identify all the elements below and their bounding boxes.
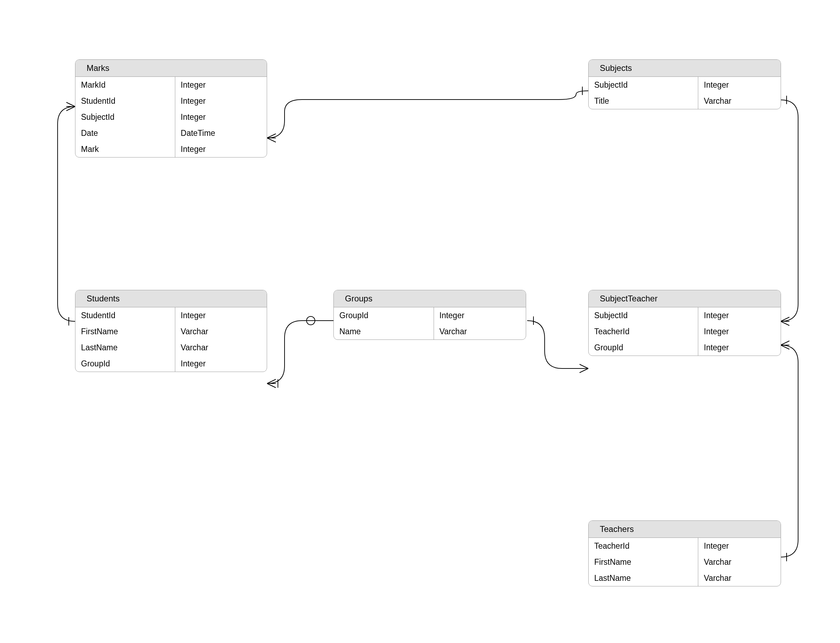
rel-marks-subjects: [267, 91, 588, 138]
attr-type: Integer: [434, 307, 526, 323]
crowfoot-subjectteacher-subjects: [781, 317, 790, 325]
attribute-row: GroupId Integer: [75, 356, 267, 372]
attribute-row: Title Varchar: [589, 93, 781, 109]
crowfoot-students-groups: [267, 379, 276, 388]
entity-attributes: TeacherId Integer FirstName Varchar Last…: [589, 538, 781, 586]
crowfoot-subjectteacher-teachers: [781, 341, 790, 349]
attr-name: StudentId: [75, 93, 175, 109]
attribute-row: GroupId Integer: [589, 339, 781, 356]
attr-type: Varchar: [175, 339, 267, 356]
attribute-row: TeacherId Integer: [589, 323, 781, 339]
entity-attributes: MarkId Integer StudentId Integer Subject…: [75, 77, 267, 157]
entity-subjects: Subjects SubjectId Integer Title Varchar: [588, 59, 781, 109]
entity-title: Teachers: [589, 521, 781, 538]
entity-teachers: Teachers TeacherId Integer FirstName Var…: [588, 521, 781, 586]
attr-name: Title: [589, 93, 698, 109]
entity-subjectteacher: SubjectTeacher SubjectId Integer Teacher…: [588, 290, 781, 356]
attr-name: GroupId: [75, 356, 175, 372]
attr-type: Integer: [175, 307, 267, 323]
attr-name: GroupId: [334, 307, 434, 323]
attr-type: Varchar: [698, 554, 781, 570]
attribute-row: StudentId Integer: [75, 307, 267, 323]
attribute-row: MarkId Integer: [75, 77, 267, 93]
entity-marks: Marks MarkId Integer StudentId Integer S…: [75, 59, 267, 158]
attr-name: FirstName: [75, 323, 175, 339]
attribute-row: GroupId Integer: [334, 307, 526, 323]
attr-name: TeacherId: [589, 323, 698, 339]
entity-title: Groups: [334, 290, 526, 307]
attr-name: SubjectId: [589, 307, 698, 323]
attr-name: SubjectId: [75, 109, 175, 125]
attr-name: Date: [75, 125, 175, 141]
entity-attributes: SubjectId Integer TeacherId Integer Grou…: [589, 307, 781, 356]
rel-students-groups: [267, 321, 334, 384]
entity-title: SubjectTeacher: [589, 290, 781, 307]
attr-type: Varchar: [434, 323, 526, 339]
attr-type: Integer: [698, 323, 781, 339]
rel-groups-subjectteacher: [527, 321, 588, 369]
attr-name: MarkId: [75, 77, 175, 93]
attr-name: Name: [334, 323, 434, 339]
attr-type: Integer: [175, 356, 267, 372]
attribute-row: Date DateTime: [75, 125, 267, 141]
attribute-row: LastName Varchar: [589, 570, 781, 586]
attr-type: DateTime: [175, 125, 267, 141]
attr-type: Integer: [698, 77, 781, 93]
entity-title: Subjects: [589, 60, 781, 77]
er-diagram-canvas: Marks MarkId Integer StudentId Integer S…: [0, 0, 840, 643]
attribute-row: SubjectId Integer: [589, 77, 781, 93]
attr-name: FirstName: [589, 554, 698, 570]
attribute-row: SubjectId Integer: [589, 307, 781, 323]
attribute-row: TeacherId Integer: [589, 538, 781, 554]
crowfoot-marks-students: [66, 102, 75, 111]
attribute-row: FirstName Varchar: [589, 554, 781, 570]
attr-type: Varchar: [698, 93, 781, 109]
attribute-row: LastName Varchar: [75, 339, 267, 356]
attr-type: Varchar: [175, 323, 267, 339]
attr-name: StudentId: [75, 307, 175, 323]
attr-name: LastName: [589, 570, 698, 586]
attr-type: Integer: [175, 93, 267, 109]
entity-title: Marks: [75, 60, 267, 77]
entity-groups: Groups GroupId Integer Name Varchar: [334, 290, 526, 340]
rel-subjectteacher-teachers: [781, 345, 798, 557]
attr-name: Mark: [75, 141, 175, 157]
entity-attributes: StudentId Integer FirstName Varchar Last…: [75, 307, 267, 372]
attr-name: SubjectId: [589, 77, 698, 93]
attribute-row: StudentId Integer: [75, 93, 267, 109]
entity-students: Students StudentId Integer FirstName Var…: [75, 290, 267, 372]
attr-type: Integer: [698, 307, 781, 323]
attr-name: GroupId: [589, 339, 698, 356]
attr-type: Integer: [698, 538, 781, 554]
crowfoot-subjectteacher-groups: [580, 364, 588, 373]
optional-circle-groups-students: [306, 317, 315, 325]
attr-name: LastName: [75, 339, 175, 356]
attr-type: Integer: [175, 109, 267, 125]
attribute-row: Mark Integer: [75, 141, 267, 157]
attr-type: Varchar: [698, 570, 781, 586]
attribute-row: FirstName Varchar: [75, 323, 267, 339]
attr-type: Integer: [698, 339, 781, 356]
rel-subjectteacher-subjects: [781, 100, 798, 322]
entity-attributes: SubjectId Integer Title Varchar: [589, 77, 781, 109]
attribute-row: SubjectId Integer: [75, 109, 267, 125]
rel-marks-students: [58, 106, 75, 322]
attr-type: Integer: [175, 141, 267, 157]
attr-name: TeacherId: [589, 538, 698, 554]
entity-title: Students: [75, 290, 267, 307]
attr-type: Integer: [175, 77, 267, 93]
attribute-row: Name Varchar: [334, 323, 526, 339]
crowfoot-marks-subjects: [267, 134, 276, 142]
entity-attributes: GroupId Integer Name Varchar: [334, 307, 526, 339]
